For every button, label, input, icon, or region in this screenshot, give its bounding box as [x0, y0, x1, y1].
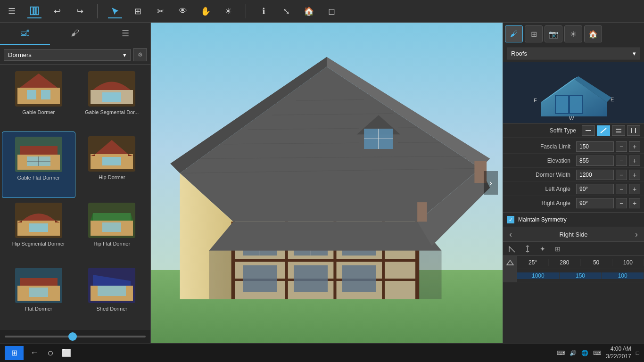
sun-icon[interactable]: ☀ — [221, 4, 235, 18]
right-tab-paint[interactable]: 🖌 — [505, 25, 523, 42]
right-angle-increase[interactable]: + — [629, 198, 640, 208]
svg-rect-81 — [417, 202, 427, 222]
svg-rect-37 — [29, 288, 48, 297]
elevation-input[interactable] — [576, 156, 614, 166]
symmetry-checkbox[interactable]: ✓ — [507, 216, 514, 223]
hip-segmental-label: Hip Segmental Dormer — [12, 241, 65, 247]
right-tab-structure[interactable]: ⊞ — [525, 25, 543, 42]
keyboard-layout[interactable]: ⌨ — [593, 350, 601, 356]
fascia-limit-increase[interactable]: + — [629, 141, 640, 152]
desktop-button[interactable]: ⬜ — [58, 346, 74, 360]
fascia-limit-decrease[interactable]: − — [616, 141, 627, 152]
select-icon[interactable] — [108, 4, 122, 18]
soffit-btn-horizontal[interactable] — [612, 125, 625, 136]
data-row-2-cell-1: 150 — [560, 272, 602, 279]
zoom-slider-thumb[interactable] — [68, 332, 77, 341]
settings-button[interactable]: ⚙ — [133, 48, 147, 61]
left-angle-label: Left Angle — [507, 186, 574, 192]
right-angle-decrease[interactable]: − — [616, 198, 627, 208]
clock-date: 3/22/2017 — [606, 353, 631, 361]
left-angle-input[interactable] — [576, 184, 614, 194]
side-nav-prev[interactable]: ‹ — [503, 227, 518, 242]
left-angle-decrease[interactable]: − — [616, 184, 627, 194]
network-icon[interactable]: 🌐 — [581, 350, 588, 356]
tab-list[interactable]: ☰ — [100, 23, 150, 45]
resize-icon[interactable]: ⤡ — [279, 4, 293, 18]
fascia-limit-input[interactable] — [576, 141, 614, 152]
right-tab-sun[interactable]: ☀ — [564, 25, 582, 42]
tab-paint[interactable]: 🖌 — [50, 23, 100, 45]
main-area: 🛋 🖌 ☰ Dormers ▾ ⚙ — [0, 23, 644, 343]
back-button[interactable]: ← — [26, 346, 42, 360]
library-icon[interactable] — [27, 4, 41, 18]
cube-icon[interactable]: ◻ — [324, 4, 339, 18]
keyboard-icon[interactable]: ⌨ — [557, 350, 565, 356]
data-icon-angle[interactable] — [507, 243, 518, 255]
dormer-shed[interactable]: Shed Dormer — [75, 263, 149, 328]
right-angle-row: Right Angle − + — [503, 196, 644, 210]
svg-rect-7 — [41, 90, 50, 99]
properties-section: Fascia Limit − + Elevation − + Dormer Wi… — [503, 138, 644, 213]
hip-flat-thumb — [88, 203, 135, 238]
right-tab-camera[interactable]: 📷 — [545, 25, 562, 42]
dormer-hip-segmental[interactable]: Hip Segmental Dormer — [2, 198, 75, 263]
info-icon[interactable]: ℹ — [256, 4, 271, 18]
right-tab-home[interactable]: 🏠 — [584, 25, 602, 42]
volume-icon[interactable]: 🔊 — [570, 350, 577, 356]
zoom-slider-track[interactable] — [5, 336, 146, 337]
eye-icon[interactable]: 👁 — [176, 4, 190, 18]
tab-furniture[interactable]: 🛋 — [0, 23, 50, 45]
hand-icon[interactable]: ✋ — [198, 4, 213, 18]
scissor-icon[interactable]: ✂ — [153, 4, 167, 18]
category-dropdown[interactable]: Dormers ▾ — [4, 49, 131, 61]
data-icon-star[interactable]: ✦ — [537, 243, 548, 255]
svg-marker-78 — [209, 222, 441, 251]
canvas-nav-right[interactable]: › — [484, 171, 498, 195]
dormer-width-input[interactable] — [576, 170, 614, 180]
undo-icon[interactable]: ↩ — [50, 4, 64, 18]
taskbar-clock[interactable]: 4:00 AM 3/22/2017 — [606, 346, 631, 360]
data-icon-height[interactable] — [522, 243, 533, 255]
dormer-gable-segmental[interactable]: Gable Segmental Dor... — [75, 66, 149, 132]
left-angle-increase[interactable]: + — [629, 184, 640, 194]
svg-marker-102 — [507, 260, 513, 265]
redo-icon[interactable]: ↪ — [73, 4, 87, 18]
roofs-dropdown[interactable]: Roofs ▾ — [507, 48, 640, 59]
system-tray: ⌨ 🔊 🌐 ⌨ 4:00 AM 3/22/2017 □ — [557, 346, 639, 360]
dormer-hip-flat[interactable]: Hip Flat Dormer — [75, 198, 149, 263]
group-icon[interactable]: ⊞ — [131, 4, 145, 18]
soffit-btn-sloped[interactable] — [597, 125, 610, 136]
svg-rect-4 — [17, 88, 60, 104]
main-canvas[interactable]: › — [151, 23, 503, 343]
home-icon[interactable]: 🏠 — [302, 4, 316, 18]
dormer-gable[interactable]: Gable Dormer — [2, 66, 75, 132]
dormer-flat[interactable]: Flat Dormer — [2, 263, 75, 328]
roofs-row: Roofs ▾ — [503, 45, 644, 62]
dormer-width-decrease[interactable]: − — [616, 170, 627, 180]
start-button[interactable]: ⊞ — [5, 346, 24, 360]
elevation-decrease[interactable]: − — [616, 156, 627, 166]
svg-rect-10 — [102, 92, 121, 102]
dormer-width-label: Dormer Width — [507, 172, 574, 178]
svg-rect-27 — [29, 223, 48, 232]
flat-dormer-thumb — [15, 268, 62, 303]
notification-icon[interactable]: □ — [636, 350, 639, 356]
dormer-width-increase[interactable]: + — [629, 170, 640, 180]
right-angle-input[interactable] — [576, 198, 614, 208]
elevation-increase[interactable]: + — [629, 156, 640, 166]
side-nav: ‹ Right Side › — [503, 227, 644, 242]
menu-icon[interactable]: ☰ — [5, 4, 19, 18]
soffit-btn-vertical[interactable] — [627, 125, 640, 136]
dormer-gable-flat[interactable]: Gable Flat Dormer — [2, 132, 75, 197]
gable-flat-thumb — [15, 137, 62, 172]
data-icon-grid[interactable]: ⊞ — [552, 243, 563, 255]
category-chevron: ▾ — [123, 51, 126, 58]
dormer-hip[interactable]: Hip Dormer — [75, 132, 149, 197]
right-panel: 🖌 ⊞ 📷 ☀ 🏠 Roofs ▾ — [503, 23, 644, 343]
soffit-btn-none[interactable] — [582, 125, 595, 136]
side-nav-next[interactable]: › — [629, 227, 644, 242]
data-row-1-cell-2: 50 — [581, 259, 612, 266]
data-row-1: 25° 280 50 100 — [503, 256, 644, 269]
fascia-limit-row: Fascia Limit − + — [503, 140, 644, 154]
search-button[interactable]: ○ — [42, 346, 58, 360]
